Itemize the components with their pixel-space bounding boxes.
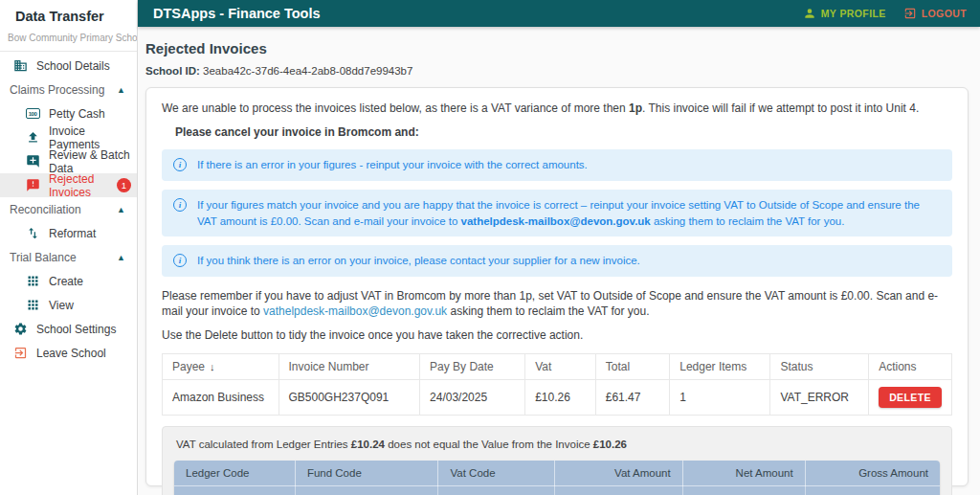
cell-invoice-number: GB500GH237Q091 xyxy=(278,379,420,415)
page-title: Rejected Invoices xyxy=(145,40,969,56)
col-header-fund-code: Fund Code xyxy=(295,461,438,486)
app-header: DTSApps - Finance Tools MY PROFILE LOGOU… xyxy=(138,0,980,27)
cell-net-amount: £51.21 xyxy=(682,485,805,495)
grid-icon xyxy=(25,274,40,288)
building-icon xyxy=(12,58,28,73)
sidebar-item-label: Reformat xyxy=(49,227,96,240)
main-area: DTSApps - Finance Tools MY PROFILE LOGOU… xyxy=(138,0,980,495)
col-header-invoice-number[interactable]: Invoice Number xyxy=(278,353,420,379)
my-profile-button[interactable]: MY PROFILE xyxy=(803,7,886,20)
sidebar-item-rejected-invoices[interactable]: Rejected Invoices 1 xyxy=(0,173,137,197)
chevron-up-icon: ▲ xyxy=(117,85,125,95)
cell-actions: DELETE xyxy=(869,379,952,415)
cell-pay-by-date: 24/03/2025 xyxy=(420,379,525,415)
sidebar-item-leave-school[interactable]: Leave School xyxy=(0,341,137,365)
info-icon: i xyxy=(173,198,187,212)
ledger-entries-table: Ledger Code Fund Code Vat Code Vat Amoun… xyxy=(174,461,940,495)
banknote-icon: 100 xyxy=(25,108,40,119)
sidebar-school-name: Bow Community Primary School xyxy=(0,30,137,52)
sidebar-title: Data Transfer xyxy=(0,0,137,30)
logout-icon xyxy=(903,7,917,20)
my-profile-label: MY PROFILE xyxy=(821,8,886,19)
intro-bold: 1p xyxy=(629,101,642,115)
cell-vat-amount: £10.24 xyxy=(555,485,683,495)
cell-gross-amount: £61.45 xyxy=(805,485,940,495)
ledger-vat-value: £10.24 xyxy=(351,439,385,450)
info-icon: i xyxy=(173,158,187,171)
col-header-ledger-items[interactable]: Ledger Items xyxy=(670,353,770,379)
col-header-payee[interactable]: Payee↓ xyxy=(163,353,279,379)
gear-icon xyxy=(12,322,28,336)
sidebar-section-claims-processing[interactable]: Claims Processing ▲ xyxy=(0,78,137,101)
intro-paragraph: We are unable to process the invoices li… xyxy=(162,101,952,116)
logout-button[interactable]: LOGOUT xyxy=(903,7,967,20)
import-export-icon xyxy=(25,226,40,240)
sidebar-item-label: Leave School xyxy=(36,347,106,360)
rejected-invoices-table: Payee↓ Invoice Number Pay By Date Vat To… xyxy=(162,353,952,416)
col-header-vat-amount: Vat Amount xyxy=(555,461,683,486)
delete-note: Use the Delete button to tidy the invoic… xyxy=(162,327,952,343)
comment-exclaim-icon xyxy=(25,178,40,192)
delete-button[interactable]: DELETE xyxy=(879,387,942,408)
header-actions: MY PROFILE LOGOUT xyxy=(803,7,967,20)
sidebar-item-school-settings[interactable]: School Settings xyxy=(0,317,137,341)
sidebar-section-reconciliation[interactable]: Reconciliation ▲ xyxy=(0,197,137,221)
sidebar-item-label: Petty Cash xyxy=(49,107,105,121)
sidebar-item-petty-cash[interactable]: 100 Petty Cash xyxy=(0,101,137,125)
person-icon xyxy=(803,7,816,20)
sidebar-section-trial-balance[interactable]: Trial Balance ▲ xyxy=(0,245,137,269)
table-header-row: Payee↓ Invoice Number Pay By Date Vat To… xyxy=(163,353,952,379)
col-header-total[interactable]: Total xyxy=(595,353,670,379)
col-header-actions: Actions xyxy=(869,353,952,379)
school-id-label: School ID: xyxy=(145,65,200,77)
cell-vat-code: C xyxy=(438,485,555,495)
ledger-header-row: Ledger Code Fund Code Vat Code Vat Amoun… xyxy=(174,461,940,486)
invoice-row: Amazon Business GB500GH237Q091 24/03/202… xyxy=(163,379,952,415)
remember-text-post: asking them to reclaim the VAT for you. xyxy=(447,304,649,318)
sidebar-item-invoice-payments[interactable]: Invoice Payments xyxy=(0,125,137,149)
sidebar-item-label: School Details xyxy=(36,59,110,73)
col-header-gross-amount: Gross Amount xyxy=(805,461,940,486)
chevron-up-icon: ▲ xyxy=(117,205,125,214)
cell-fund-code: G120 xyxy=(295,485,438,495)
vat-helpdesk-email[interactable]: vathelpdesk-mailbox@devon.gov.uk xyxy=(461,215,651,227)
sidebar-item-reformat[interactable]: Reformat xyxy=(0,221,137,245)
sidebar-item-label: Invoice Payments xyxy=(49,124,131,151)
col-header-vat-code: Vat Code xyxy=(438,461,555,486)
page-content: Rejected Invoices School ID: 3eaba42c-37… xyxy=(138,27,980,495)
vat-helpdesk-email-link[interactable]: vathelpdesk-mailbox@devon.gov.uk xyxy=(263,304,447,318)
vat-detail-panel: VAT calculated from Ledger Entries £10.2… xyxy=(162,426,952,495)
chevron-up-icon: ▲ xyxy=(117,253,125,262)
vat-mismatch-message: VAT calculated from Ledger Entries £10.2… xyxy=(176,439,940,450)
col-header-net-amount: Net Amount xyxy=(682,461,805,486)
sidebar-section-label: Trial Balance xyxy=(10,251,77,264)
col-header-ledger-code: Ledger Code xyxy=(174,461,295,486)
app-title: DTSApps - Finance Tools xyxy=(153,6,803,21)
col-header-pay-by-date[interactable]: Pay By Date xyxy=(420,353,525,379)
info-alert-1: i If there is an error in your figures -… xyxy=(162,149,952,181)
intro-text: . This invoice will fail if we attempt t… xyxy=(642,101,919,115)
alert-text: If you think there is an error on your i… xyxy=(197,253,640,269)
remember-paragraph: Please remember if you have to adjust VA… xyxy=(162,288,952,319)
sort-descending-icon: ↓ xyxy=(210,361,215,372)
alert-text: If there is an error in your figures - r… xyxy=(197,157,588,173)
alert-text: If your figures match your invoice and y… xyxy=(197,197,941,229)
sidebar-item-label: School Settings xyxy=(36,323,116,336)
col-header-status[interactable]: Status xyxy=(770,353,869,379)
col-header-vat[interactable]: Vat xyxy=(525,353,596,379)
sidebar-item-school-details[interactable]: School Details xyxy=(0,54,137,78)
info-alert-3: i If you think there is an error on your… xyxy=(162,245,952,277)
sidebar: Data Transfer Bow Community Primary Scho… xyxy=(0,0,138,495)
cell-payee: Amazon Business xyxy=(163,379,279,415)
sidebar-item-review-batch-data[interactable]: Review & Batch Data xyxy=(0,149,137,173)
sidebar-item-create[interactable]: Create xyxy=(0,269,137,293)
grid-icon xyxy=(25,298,40,312)
sidebar-item-label: Review & Batch Data xyxy=(49,148,131,175)
info-alert-2: i If your figures match your invoice and… xyxy=(162,190,952,236)
alert-text-post: asking them to reclaim the VAT for you. xyxy=(651,215,845,227)
sidebar-item-label: Create xyxy=(49,275,83,288)
sidebar-item-view[interactable]: View xyxy=(0,293,137,317)
school-id-value: 3eaba42c-37d6-4ea4-2ab8-08dd7e9943b7 xyxy=(203,65,412,77)
comment-plus-icon xyxy=(25,154,40,169)
intro-text: We are unable to process the invoices li… xyxy=(162,101,629,115)
